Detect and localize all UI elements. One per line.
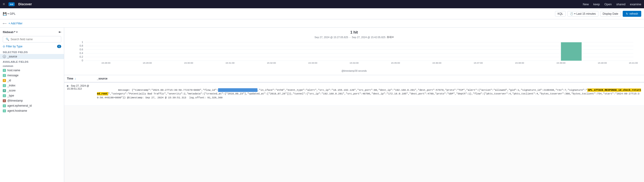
svg-text:15:33:00: 15:33:00	[308, 62, 317, 64]
chevron-down-icon-sidebar: ▾	[16, 31, 18, 33]
kql-button[interactable]: KQL	[555, 11, 566, 17]
field-name-source: _source	[7, 55, 17, 58]
field-item-timestamp[interactable]: t @timestamp	[0, 98, 64, 103]
svg-text:15:31:00: 15:31:00	[225, 62, 234, 64]
index-pattern-text: filebeat-*	[3, 30, 15, 34]
source-middle: ,"in_iface":"eth0","event_type":"alert",…	[258, 89, 587, 92]
field-type-icon-type: t	[3, 94, 6, 97]
add-filter-button[interactable]: + Add Filter	[8, 22, 22, 25]
selected-fields-label: Selected Fields	[0, 49, 64, 54]
index-pattern-row[interactable]: filebeat-* ▾ ⇤	[0, 29, 64, 35]
field-type-icon-agent-ephemeral: t	[3, 104, 6, 107]
expand-row-button[interactable]: ▶	[67, 84, 69, 87]
svg-text:15:34:00: 15:34:00	[350, 62, 358, 64]
source-column-header: _source	[94, 75, 644, 82]
field-item-message[interactable]: t message	[0, 73, 64, 78]
field-type-icon-id: #	[3, 79, 6, 82]
field-item-agent-hostname[interactable]: t agent.hostname	[0, 108, 64, 113]
field-name-hostname: host.name	[7, 69, 20, 72]
svg-text:0.8: 0.8	[80, 45, 83, 47]
nav-link-new[interactable]: New	[583, 3, 589, 6]
nav-link-examine[interactable]: examine	[630, 3, 641, 6]
display-date-button[interactable]: Display Date	[600, 11, 621, 17]
results-table: Time ↓ _source ▶ Sep 27, 2024 @ 15:39:51…	[64, 75, 644, 106]
timestamp-value: Sep 27, 2024 @ 15:39:51.313	[67, 84, 89, 90]
source-cell: message: {"timestamp":"2024-09-27T15:39:…	[94, 82, 644, 105]
source-prefix: message: {"timestamp":"2024-09-27T15:39:…	[118, 89, 218, 92]
refresh-button[interactable]: ↻ refresh	[623, 11, 641, 17]
chart-area: 1 hit Sep 27, 2024 @ 15:27:05.825 - Sep …	[64, 28, 644, 75]
svg-text:0.2: 0.2	[80, 56, 83, 58]
content-area: 1 hit Sep 27, 2024 @ 15:27:05.825 - Sep …	[64, 28, 644, 182]
source-suffix: ","category":"Potentially Bad Traffic","…	[97, 92, 640, 99]
search-field-container: 🔍	[3, 36, 61, 43]
svg-text:0.6: 0.6	[80, 48, 83, 51]
field-item-id[interactable]: # _id	[0, 78, 64, 83]
index-pattern-selector[interactable]: 💾 ▾ GPL	[3, 12, 16, 16]
field-type-icon-score: #	[3, 89, 6, 92]
time-range-selector[interactable]: 🕐 ▾ Last 15 minutes	[568, 11, 598, 17]
field-name-timestamp: @timestamp	[7, 99, 23, 102]
filter-count-badge: 0	[57, 45, 61, 48]
nav-links: New keep Open shared examine	[583, 3, 641, 6]
svg-rect-12	[561, 42, 582, 61]
field-name-id: _id	[7, 79, 11, 82]
filter-type-row: ⊙ Filter by Type 0	[0, 44, 64, 49]
app-logo: eui	[8, 2, 14, 6]
secondary-toolbar: 💾 ▾ GPL KQL 🕐 ▾ Last 15 minutes Display …	[0, 8, 644, 19]
field-name-score: _score	[7, 89, 16, 92]
field-type-icon-message: t	[3, 74, 6, 77]
field-name-index: _index	[7, 84, 15, 87]
svg-text:15:35:00: 15:35:00	[391, 62, 400, 64]
field-type-icon-hostname: t	[3, 69, 6, 72]
svg-text:15:37:00: 15:37:00	[474, 62, 482, 64]
search-field-input[interactable]	[10, 38, 58, 41]
back-icon[interactable]: ⟵	[3, 22, 7, 25]
field-name-type: _type	[7, 94, 14, 97]
save-icon: 💾	[3, 12, 7, 16]
app-title: Discover	[18, 2, 32, 6]
field-type-icon-timestamp: t	[3, 99, 6, 102]
time-column-header[interactable]: Time ↓	[64, 75, 94, 82]
field-item-index[interactable]: t _index	[0, 83, 64, 88]
svg-text:15:40:00: 15:40:00	[598, 62, 607, 64]
auto-button[interactable]: 自动 ▾	[387, 35, 394, 39]
flow-id-hidden	[218, 88, 258, 92]
chart-x-axis-label: @timestamp/30 seconds	[68, 70, 640, 72]
time-cell: ▶ Sep 27, 2024 @ 15:39:51.313	[64, 82, 94, 105]
arrow-left-icon: ⟵	[3, 22, 7, 25]
collapse-icon[interactable]: ⇤	[59, 30, 61, 34]
common-label: common	[0, 64, 64, 68]
index-pattern-name: GPL	[10, 12, 16, 15]
filter-icon: ⊙	[3, 45, 5, 48]
time-range-display: Sep 27, 2024 @ 15:27:05.825 - Sep 27, 20…	[68, 35, 640, 39]
time-start: Sep 27, 2024 @ 15:27:05.825	[314, 36, 348, 39]
filter-by-type-button[interactable]: ⊙ Filter by Type	[3, 45, 22, 48]
top-nav: ≡ eui Discover New keep Open shared exam…	[0, 0, 644, 8]
field-item-agent-ephemeral[interactable]: t agent.ephemeral_id	[0, 103, 64, 108]
sidebar: filebeat-* ▾ ⇤ 🔍 ⊙ Filter by Type 0 Sele…	[0, 28, 64, 182]
time-separator: -	[350, 36, 350, 39]
field-name-agent-hostname: agent.hostname	[7, 109, 27, 112]
filter-bar: ⟵ + Add Filter	[0, 19, 644, 28]
svg-text:0.4: 0.4	[80, 52, 83, 54]
hamburger-icon[interactable]: ≡	[3, 2, 5, 6]
chart-container: 1 0.8 0.6 0.4 0.2 0 15:28:00 15:29:00 15…	[70, 41, 638, 69]
refresh-label: refresh	[630, 12, 638, 15]
svg-text:1: 1	[82, 41, 83, 43]
selected-field-source[interactable]: ⊙ _source	[0, 54, 64, 59]
nav-link-shared[interactable]: shared	[616, 3, 626, 6]
svg-text:15:30:00: 15:30:00	[184, 62, 193, 64]
time-range-label: Last 15 minutes	[576, 12, 596, 15]
available-fields-label: Available fields	[0, 59, 64, 64]
nav-link-open[interactable]: Open	[604, 3, 612, 6]
nav-link-keep[interactable]: keep	[593, 3, 600, 6]
field-item-hostname[interactable]: t host.name	[0, 68, 64, 73]
field-item-type[interactable]: t _type	[0, 93, 64, 98]
field-item-score[interactable]: # _score	[0, 88, 64, 93]
source-content: message: {"timestamp":"2024-09-27T15:39:…	[97, 84, 641, 103]
sort-arrow-icon: ↓	[74, 77, 76, 80]
svg-text:15:36:00: 15:36:00	[432, 62, 441, 64]
svg-text:15:32:00: 15:32:00	[267, 62, 276, 64]
time-end: Sep 27, 2024 @ 15:42:05.825	[352, 36, 386, 39]
